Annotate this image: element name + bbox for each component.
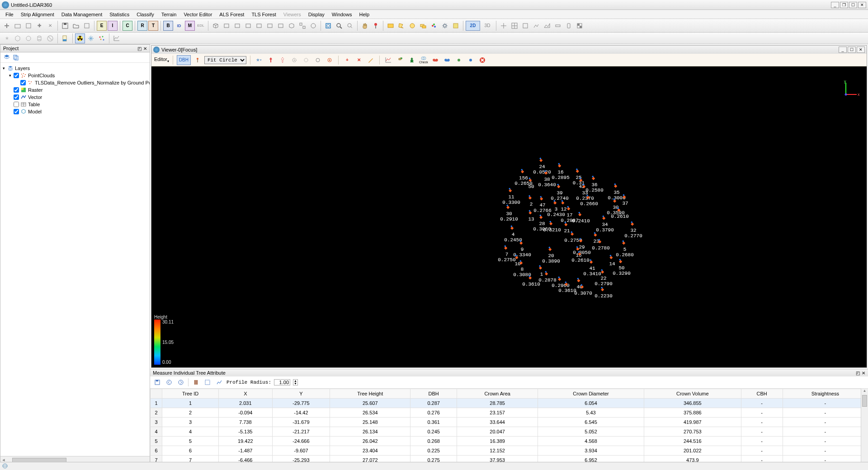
menu-classify[interactable]: Classify (133, 11, 158, 18)
editor-dropdown[interactable]: Editor▾ (154, 56, 169, 63)
menu-viewers[interactable]: Viewers (280, 11, 305, 18)
tree-point[interactable]: 90.3340 (513, 242, 531, 258)
profile-icon[interactable] (520, 21, 530, 31)
profile2-icon[interactable] (531, 21, 541, 31)
table-row[interactable]: 66-1.487-9.60723.4040.22512.1523.934201.… (151, 446, 868, 456)
i-mode-button[interactable]: I (108, 21, 118, 31)
tree-point[interactable]: 0.3610 (558, 283, 576, 293)
menu-data-management[interactable]: Data Management (58, 11, 106, 18)
tree-point[interactable]: 70.2750 (498, 247, 516, 263)
pin-icon[interactable] (371, 21, 381, 31)
file-bat-icon[interactable] (60, 33, 70, 43)
tree-point[interactable]: 0.3070 (574, 286, 592, 296)
attr-next-icon[interactable] (176, 378, 185, 387)
menu-statistics[interactable]: Statistics (106, 11, 133, 18)
viewer-close-button[interactable]: ✕ (857, 47, 865, 53)
menu-windows[interactable]: Windows (328, 11, 356, 18)
pin-dash-icon[interactable] (278, 55, 288, 65)
tree-point[interactable]: 300.2910 (500, 206, 518, 222)
cube-bottom-icon[interactable] (276, 21, 286, 31)
cloud-blue-icon[interactable] (442, 55, 452, 65)
tree-point[interactable]: 0.2780 (592, 240, 610, 251)
column-header[interactable]: Crown Area (457, 389, 538, 399)
cloud-red-icon[interactable] (430, 55, 440, 65)
tree-point[interactable]: 340.3790 (596, 217, 614, 233)
attr-column-icon[interactable] (191, 378, 200, 387)
device-icon[interactable] (564, 21, 574, 31)
stop-red-icon[interactable] (477, 55, 487, 65)
table-row[interactable]: 22-0.094-14.4226.5340.27623.1575.43375.8… (151, 408, 868, 418)
viewer-maximize-button[interactable]: ☐ (848, 47, 856, 53)
tree-marker-icon[interactable] (193, 55, 203, 65)
check-tool-icon[interactable]: Check (419, 55, 429, 65)
cube-reset-icon[interactable] (308, 21, 318, 31)
scatter-color-icon[interactable] (97, 33, 107, 43)
close-button[interactable]: ✕ (858, 2, 866, 8)
snowflake-icon[interactable] (86, 33, 96, 43)
cube-left-icon[interactable] (243, 21, 253, 31)
new-window-icon[interactable] (24, 21, 33, 31)
export-icon[interactable] (82, 21, 92, 31)
expander-icon[interactable]: ▾ (8, 73, 12, 78)
3d-button[interactable]: 3D (481, 21, 494, 31)
r-mode-button[interactable]: R (137, 21, 147, 31)
tree-point[interactable]: 220.2790 (594, 271, 613, 287)
tree-point[interactable]: 50.2680 (616, 242, 634, 258)
attr-select-icon[interactable] (203, 378, 212, 387)
column-header[interactable]: Y (272, 389, 330, 399)
sphere-icon[interactable] (24, 33, 33, 43)
tree-point[interactable]: 390.2740 (551, 185, 569, 201)
attr-save-icon[interactable] (153, 378, 162, 387)
column-header[interactable]: Crown Volume (644, 389, 741, 399)
cylinder-icon[interactable] (34, 33, 44, 43)
menu-help[interactable]: Help (355, 11, 373, 18)
tree-point[interactable]: 40.2450 (504, 227, 522, 243)
column-header[interactable]: X (219, 389, 272, 399)
tree-point[interactable]: 320.2770 (624, 223, 642, 239)
2d-button[interactable]: 2D (466, 21, 480, 31)
circle-open-icon[interactable] (313, 55, 323, 65)
menu-strip-alignment[interactable]: Strip Alignment (17, 11, 58, 18)
menu-vector-editor[interactable]: Vector Editor (180, 11, 216, 18)
vector-label[interactable]: Vector (28, 94, 42, 100)
attribute-scrollbar-y[interactable]: ▲ (861, 389, 868, 464)
circle-dots-icon[interactable] (301, 55, 311, 65)
b-mode-button[interactable]: B (163, 21, 173, 31)
settings-yellow-icon[interactable] (451, 21, 461, 31)
m-mode-button[interactable]: M (185, 21, 195, 31)
model-checkbox[interactable] (14, 109, 19, 114)
layers-blue-icon[interactable] (3, 54, 10, 61)
project-panel-close-icon[interactable]: ✕ (143, 46, 147, 51)
cube-back-icon[interactable] (232, 21, 242, 31)
pointcloud-item-label[interactable]: TLSData_Remove Outliers_Normalize by Gro… (35, 80, 150, 85)
pin-red-icon[interactable] (266, 55, 276, 65)
zoom-select-icon[interactable] (345, 21, 355, 31)
tree-point[interactable]: 200.3890 (542, 248, 560, 264)
tree-point[interactable]: 0.2660 (580, 196, 598, 207)
zoom-fit-icon[interactable] (323, 21, 333, 31)
table-label[interactable]: Table (28, 102, 40, 107)
vector-checkbox[interactable] (14, 94, 19, 100)
column-header[interactable]: DBH (410, 389, 457, 399)
menu-als-forest[interactable]: ALS Forest (216, 11, 248, 18)
tree-point[interactable]: 0.3210 (543, 222, 561, 233)
c-mode-button[interactable]: C (123, 21, 132, 31)
delete-icon[interactable]: ✕ (45, 21, 55, 31)
fit-method-dropdown[interactable]: Fit Circle (204, 56, 246, 64)
raster-checkbox[interactable] (14, 87, 19, 93)
pointclouds-group-label[interactable]: PointClouds (28, 73, 55, 78)
tree-point[interactable]: 2 (529, 197, 533, 207)
delete-point-icon[interactable]: ✕ (354, 55, 364, 65)
menu-file[interactable]: File (2, 11, 17, 18)
menu-tls-forest[interactable]: TLS Forest (248, 11, 279, 18)
gear-icon[interactable] (440, 21, 450, 31)
attr-profile-icon[interactable] (215, 378, 224, 387)
cancel-red-icon[interactable] (45, 33, 55, 43)
cube-top-icon[interactable] (265, 21, 275, 31)
table-checkbox[interactable] (14, 102, 19, 107)
open-folder-icon[interactable] (71, 21, 81, 31)
tree-point[interactable]: 0.2410 (572, 213, 590, 224)
star-dropdown-icon[interactable]: ★▾ (254, 55, 264, 65)
crosshair-icon[interactable] (499, 21, 509, 31)
hexagon-icon[interactable] (13, 33, 23, 43)
